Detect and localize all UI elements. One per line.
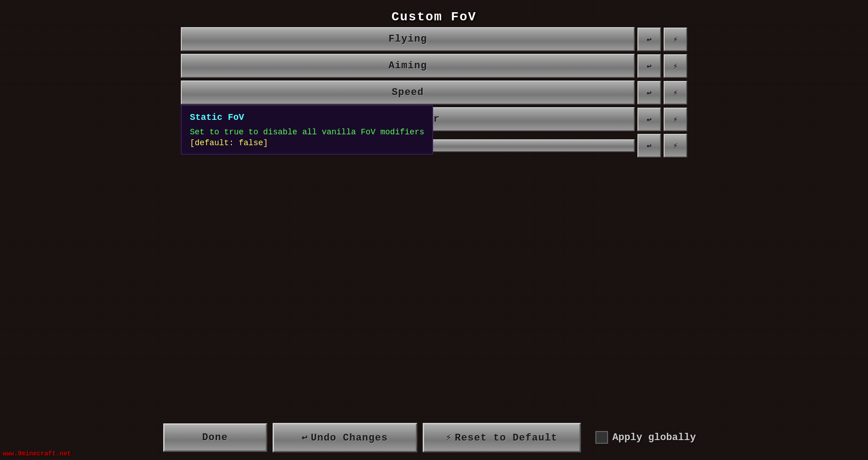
flying-undo-icon[interactable]: ↩ <box>637 28 661 51</box>
undo-icon: ↩ <box>302 432 308 444</box>
apply-globally-checkbox[interactable] <box>595 431 608 444</box>
tooltip-default: [default: false] <box>190 138 424 147</box>
setting-row-aiming: Aiming ↩ ⚡ <box>181 54 687 78</box>
setting-row-speed: Speed ↩ ⚡ <box>181 81 687 104</box>
watermark: www.9minecraft.net <box>3 450 71 457</box>
aiming-reset-icon[interactable]: ⚡ <box>664 54 687 78</box>
speed-reset-icon[interactable]: ⚡ <box>664 81 687 104</box>
reset-icon: ⚡ <box>446 432 452 444</box>
aiming-undo-icon[interactable]: ↩ <box>637 54 661 78</box>
reset-to-default-button[interactable]: ⚡Reset to Default <box>423 423 581 452</box>
flying-reset-icon[interactable]: ⚡ <box>664 28 687 51</box>
tooltip: Static FoV Set to true to disable all va… <box>181 105 433 155</box>
tooltip-title: Static FoV <box>190 112 424 123</box>
undo-changes-button[interactable]: ↩Undo Changes <box>273 423 417 452</box>
apply-globally-label: Apply globally <box>613 432 696 443</box>
aiming-button[interactable]: Aiming <box>181 54 635 78</box>
underwater-reset-icon[interactable]: ⚡ <box>664 108 687 131</box>
done-button[interactable]: Done <box>163 423 267 452</box>
bottom-bar: Done ↩Undo Changes ⚡Reset to Default App… <box>0 415 868 460</box>
speed-button[interactable]: Speed <box>181 81 635 104</box>
speed-undo-icon[interactable]: ↩ <box>637 81 661 104</box>
static-fov-reset-icon[interactable]: ⚡ <box>664 134 687 157</box>
tooltip-description: Set to true to disable all vanilla FoV m… <box>190 126 424 138</box>
static-fov-undo-icon[interactable]: ↩ <box>637 134 661 157</box>
apply-globally-container: Apply globally <box>586 424 705 451</box>
underwater-undo-icon[interactable]: ↩ <box>637 108 661 131</box>
setting-row-flying: Flying ↩ ⚡ <box>181 27 687 51</box>
flying-button[interactable]: Flying <box>181 27 635 51</box>
